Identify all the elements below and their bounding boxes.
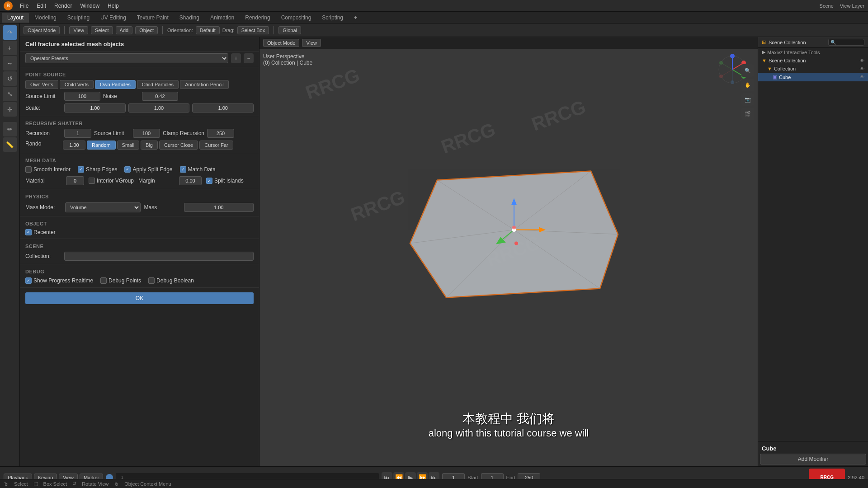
tab-layout[interactable]: Layout [2,13,29,23]
source-limit-field[interactable]: 100 [64,92,100,101]
presets-add-btn[interactable]: + [231,53,241,63]
maxivz-tools-item[interactable]: ▶ Maxivz Interactive Tools [758,48,868,56]
recenter-cb[interactable] [25,229,32,235]
scale-tool-btn[interactable]: ⤡ [3,87,17,101]
scene-col-icon: ▼ [762,58,767,63]
noise-field[interactable]: 0.42 [142,92,178,101]
interior-vgroup-cb[interactable] [89,178,95,184]
menu-file[interactable]: File [16,2,32,10]
select-menu[interactable]: Select [91,26,113,34]
main-content: Cell fracture selected mesh objects Oper… [20,37,868,466]
split-islands-cb[interactable] [206,178,212,184]
btn-cursor-far[interactable]: Cursor Far [199,141,233,150]
svg-point-14 [512,225,516,229]
menu-help[interactable]: Help [104,2,123,10]
tab-texture-paint[interactable]: Texture Paint [132,13,174,23]
show-progress-text: Show Progress Realtime [33,277,93,284]
orientation-selector[interactable]: Default [196,26,220,34]
interior-vgroup-row: Interior VGroup [89,178,134,184]
rec-source-limit-field[interactable]: 100 [133,129,160,138]
btn-big[interactable]: Big [141,141,158,150]
viewport-zoom-icon[interactable]: 🔍 [741,64,754,77]
viewport-area[interactable]: RRCG RRCG RRCG RRCG RRCG Object Mode Vie… [259,37,758,466]
rotate-tool-btn[interactable]: ↺ [3,71,17,86]
outliner-search[interactable] [828,39,864,46]
scene-collection-item[interactable]: ▼ Scene Collection 👁 [758,56,868,65]
clamp-label: Clamp Recursion [163,130,204,136]
add-modifier-btn[interactable]: Add Modifier [760,454,866,465]
smooth-interior-cb[interactable] [25,166,32,173]
presets-dropdown[interactable]: Operator Presets [25,53,228,63]
sep1 [64,26,65,34]
annotate-tool-btn[interactable]: ✏ [3,122,17,136]
recursion-field[interactable]: 1 [64,129,91,138]
debug-points-cb[interactable] [100,277,107,284]
rando-field[interactable]: 1.00 [63,141,85,150]
outliner-content: ▶ Maxivz Interactive Tools ▼ Scene Colle… [758,48,868,441]
mode-selector[interactable]: Object Mode [24,26,60,34]
btn-own-verts[interactable]: Own Verts [25,80,58,89]
scale-y-field[interactable]: 1.00 [128,103,190,113]
add-menu[interactable]: Add [116,26,133,34]
move-tool-btn[interactable]: ↔ [3,56,17,70]
btn-cursor-close[interactable]: Cursor Close [159,141,198,150]
ok-button[interactable]: OK [25,292,254,304]
mass-mode-label: Mass Mode: [25,204,61,211]
btn-random[interactable]: Random [87,141,116,150]
tab-sculpting[interactable]: Sculpting [62,13,95,23]
btn-child-verts[interactable]: Child Verts [60,80,94,89]
tab-scripting[interactable]: Scripting [316,13,349,23]
debug-boolean-cb[interactable] [148,277,155,284]
viewport-mode-btn[interactable]: Object Mode [263,39,299,47]
mass-field[interactable]: 1.00 [184,203,254,212]
collection-field[interactable] [64,252,254,261]
tab-rendering[interactable]: Rendering [240,13,275,23]
svg-line-23 [721,70,732,76]
cursor-tool-btn[interactable]: + [3,41,17,55]
divider4 [20,189,259,189]
transform-tool-btn[interactable]: ✛ [3,102,17,117]
drag-selector[interactable]: Select Box [237,26,269,34]
menu-window[interactable]: Window [76,2,103,10]
scale-z-field[interactable]: 1.00 [192,103,254,113]
tab-compositing[interactable]: Compositing [276,13,317,23]
prop-cube-label: Cube [760,443,866,454]
menu-edit[interactable]: Edit [33,2,50,10]
apply-split-edge-cb[interactable] [124,166,131,173]
subtitle-english: along with this tutorial course we will [259,427,758,439]
transform-selector[interactable]: Global [278,26,301,34]
object-menu[interactable]: Object [135,26,158,34]
btn-small[interactable]: Small [117,141,140,150]
scale-x-field[interactable]: 1.00 [64,103,126,113]
tab-shading[interactable]: Shading [174,13,205,23]
measure-tool-btn[interactable]: 📏 [3,137,17,152]
presets-remove-btn[interactable]: − [244,53,254,63]
margin-field[interactable]: 0.00 [179,176,202,185]
cube-item[interactable]: ▣ Cube 👁 [758,73,868,81]
match-data-cb[interactable] [180,166,186,173]
recenter-row: Recenter [25,229,56,235]
mass-mode-dropdown[interactable]: Volume [65,202,141,212]
tab-uv-editing[interactable]: UV Editing [95,13,132,23]
sharp-edges-cb[interactable] [78,166,84,173]
menu-render[interactable]: Render [51,2,75,10]
clamp-field[interactable]: 250 [207,129,234,138]
viewport-camera-icon[interactable]: 📷 [741,93,754,106]
btn-annotation-pencil[interactable]: Annotation Pencil [180,80,229,89]
tab-animation[interactable]: Animation [205,13,240,23]
maxivz-icon: ▶ [762,49,765,55]
tab-modeling[interactable]: Modeling [29,13,62,23]
select-tool-btn[interactable]: ↷ [3,25,17,40]
tab-add[interactable]: + [349,13,363,23]
viewport-render-icon[interactable]: 🎬 [741,108,754,120]
btn-child-particles[interactable]: Child Particles [137,80,179,89]
btn-own-particles[interactable]: Own Particles [95,80,136,89]
drag-label: Drag: [222,28,235,33]
collection-item[interactable]: ▼ Collection 👁 [758,65,868,73]
material-field[interactable]: 0 [66,176,84,185]
viewport-hand-icon[interactable]: ✋ [741,79,754,91]
show-progress-cb[interactable] [25,277,32,284]
properties-area: Cube Add Modifier [758,441,868,466]
viewport-view-btn[interactable]: View [302,39,321,47]
view-menu[interactable]: View [69,26,88,34]
